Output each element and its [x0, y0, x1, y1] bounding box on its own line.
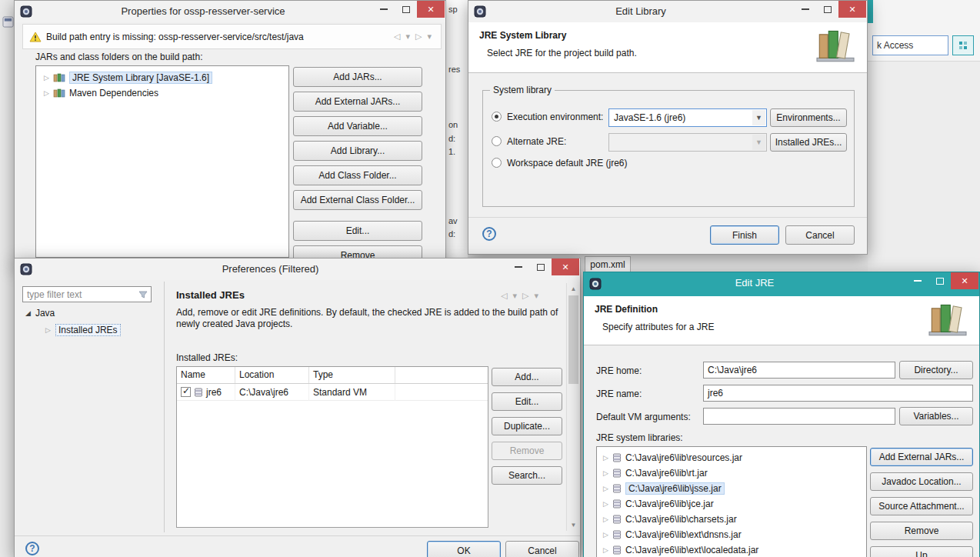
library-path: C:\Java\jre6\lib\jce.jar [625, 499, 714, 509]
help-icon[interactable]: ? [482, 227, 496, 241]
ok-button[interactable]: OK [427, 541, 501, 557]
chevron-right-icon[interactable]: ▷ [603, 454, 608, 462]
chevron-right-icon[interactable]: ▷ [603, 469, 608, 477]
jre-system-libraries-label: JRE system libraries: [596, 432, 683, 443]
environments-button[interactable]: Environments... [770, 108, 847, 127]
workspace-default-jre-radio[interactable] [492, 158, 502, 168]
add-class-folder-button[interactable]: Add Class Folder... [293, 165, 422, 185]
add-external-jars-button[interactable]: Add External JARs... [870, 448, 973, 466]
add-jars-button[interactable]: Add JARs... [293, 67, 422, 87]
library-item-selected[interactable]: ▷ C:\Java\jre6\lib\jsse.jar [597, 481, 866, 496]
library-item[interactable]: ▷ C:\Java\jre6\lib\jce.jar [597, 496, 866, 512]
chevron-expanded-icon[interactable]: ◢ [25, 309, 31, 317]
tree-item-maven-dependencies[interactable]: ▷ Maven Dependencies [36, 85, 288, 101]
tree-item-jre-system-library[interactable]: ▷ JRE System Library [JavaSE-1.6] [36, 70, 288, 85]
column-header-name[interactable]: Name [177, 367, 235, 383]
add-variable-button[interactable]: Add Variable... [293, 116, 422, 136]
preferences-titlebar[interactable]: Preferences (Filtered) ✕ [15, 258, 580, 280]
table-row-jre6[interactable]: jre6 C:\Java\jre6 Standard VM [177, 384, 488, 401]
add-jre-button[interactable]: Add... [492, 368, 562, 386]
library-item[interactable]: ▷ C:\Java\jre6\lib\resources.jar [597, 450, 866, 465]
jre-checked-checkbox[interactable] [181, 387, 191, 397]
wizard-header-description: Select JRE for the project build path. [487, 48, 637, 58]
chevron-right-icon[interactable]: ▷ [45, 326, 51, 334]
library-item[interactable]: ▷ C:\Java\jre6\lib\ext\dnsns.jar [597, 527, 866, 542]
tree-item-java[interactable]: ◢ Java [25, 308, 55, 319]
scroll-down-arrow[interactable]: ▼ [567, 519, 580, 531]
maximize-button[interactable] [928, 272, 951, 289]
editor-fragment: sp [448, 5, 458, 14]
maximize-icon [824, 6, 832, 13]
vm-arguments-input[interactable] [703, 408, 895, 425]
javadoc-location-button[interactable]: Javadoc Location... [870, 472, 973, 491]
column-header-filler [395, 367, 488, 383]
chevron-down-icon[interactable]: ▼ [752, 110, 765, 125]
remove-library-button[interactable]: Remove [870, 522, 973, 540]
alternate-jre-radio[interactable] [492, 136, 502, 146]
add-external-jars-button[interactable]: Add External JARs... [293, 92, 422, 112]
minimize-button[interactable] [507, 258, 529, 275]
column-header-location[interactable]: Location [235, 367, 309, 383]
maximize-button[interactable] [395, 1, 417, 18]
history-nav-arrows[interactable]: ◁ ▾ ▷ ▾ [501, 291, 540, 301]
minimize-icon [515, 266, 522, 268]
chevron-right-icon[interactable]: ▷ [603, 531, 608, 539]
tab-pom-xml[interactable]: pom.xml [585, 256, 631, 272]
minimize-button[interactable] [372, 1, 395, 18]
jar-icon [612, 545, 622, 555]
history-nav-arrows[interactable]: ◁ ▾ ▷ ▾ [394, 32, 433, 42]
directory-button[interactable]: Directory... [899, 361, 973, 379]
vertical-scrollbar[interactable]: ▲ ▼ [566, 283, 579, 531]
chevron-right-icon[interactable]: ▷ [603, 500, 608, 508]
close-button[interactable]: ✕ [417, 1, 445, 18]
library-item[interactable]: ▷ C:\Java\jre6\lib\rt.jar [597, 465, 866, 481]
execution-environment-combo[interactable]: JavaSE-1.6 (jre6) ▼ [608, 108, 767, 127]
cancel-button[interactable]: Cancel [785, 225, 855, 245]
table-header-row[interactable]: Name Location Type [177, 367, 488, 384]
warning-message: Build path entry is missing: ossp-resser… [46, 32, 304, 42]
filter-funnel-icon[interactable] [138, 290, 148, 299]
edit-button[interactable]: Edit... [293, 221, 422, 241]
close-button[interactable]: ✕ [951, 272, 978, 289]
scrollbar-thumb[interactable] [568, 295, 578, 384]
variables-button[interactable]: Variables... [899, 407, 973, 425]
column-header-type[interactable]: Type [309, 367, 395, 383]
chevron-right-icon[interactable]: ▷ [603, 485, 608, 492]
close-button[interactable]: ✕ [552, 258, 579, 275]
help-icon[interactable]: ? [25, 542, 39, 555]
library-path: C:\Java\jre6\lib\ext\localedata.jar [625, 545, 758, 555]
jre-home-input[interactable]: C:\Java\jre6 [703, 362, 895, 379]
filter-input[interactable]: type filter text [22, 286, 152, 302]
edit-library-titlebar[interactable]: Edit Library ✕ [468, 1, 867, 22]
perspective-button[interactable] [952, 35, 974, 55]
edit-jre-titlebar[interactable]: Edit JRE ✕ [584, 272, 979, 296]
search-jre-button[interactable]: Search... [492, 466, 562, 485]
source-attachment-button[interactable]: Source Attachment... [870, 497, 973, 515]
cancel-button[interactable]: Cancel [505, 541, 579, 557]
add-external-class-folder-button[interactable]: Add External Class Folder... [293, 190, 422, 210]
maximize-button[interactable] [529, 258, 552, 275]
minimize-button[interactable] [906, 272, 928, 289]
editor-fragment: d: [448, 229, 455, 238]
quick-access-input[interactable]: k Access [872, 35, 948, 55]
library-item[interactable]: ▷ C:\Java\jre6\lib\charsets.jar [597, 512, 866, 527]
edit-jre-button[interactable]: Edit... [492, 392, 562, 411]
minimize-button[interactable] [794, 1, 816, 18]
chevron-right-icon[interactable]: ▷ [603, 515, 608, 523]
duplicate-jre-button[interactable]: Duplicate... [492, 417, 562, 435]
close-button[interactable]: ✕ [838, 1, 866, 18]
chevron-right-icon[interactable]: ▷ [44, 74, 49, 82]
properties-titlebar[interactable]: Properties for ossp-resserver-service ✕ [15, 1, 445, 22]
tree-item-installed-jres[interactable]: ▷ Installed JREs [45, 324, 121, 336]
library-item[interactable]: ▷ C:\Java\jre6\lib\ext\localedata.jar [597, 542, 866, 557]
maximize-button[interactable] [816, 1, 838, 18]
add-library-button[interactable]: Add Library... [293, 141, 422, 161]
up-button[interactable]: Up [870, 546, 973, 557]
jre-name-input[interactable]: jre6 [703, 385, 973, 402]
execution-environment-radio[interactable] [492, 112, 502, 122]
scroll-up-arrow[interactable]: ▲ [567, 283, 580, 295]
chevron-right-icon[interactable]: ▷ [44, 89, 49, 97]
installed-jres-button[interactable]: Installed JREs... [770, 133, 847, 152]
chevron-right-icon[interactable]: ▷ [603, 546, 608, 554]
finish-button[interactable]: Finish [710, 225, 779, 245]
